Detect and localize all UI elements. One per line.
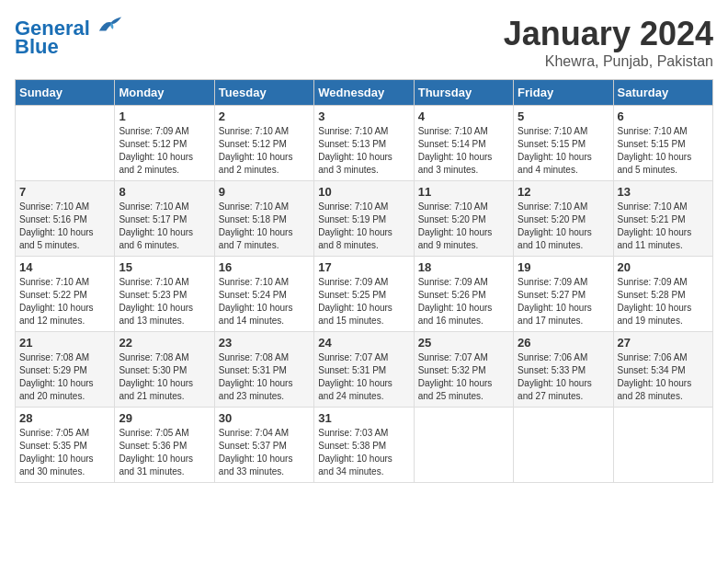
day-info: Sunrise: 7:10 AMSunset: 5:13 PMDaylight:…	[318, 125, 409, 177]
header-saturday: Saturday	[613, 80, 712, 106]
day-info: Sunrise: 7:10 AMSunset: 5:12 PMDaylight:…	[219, 125, 310, 177]
calendar-cell: 14Sunrise: 7:10 AMSunset: 5:22 PMDayligh…	[16, 257, 115, 332]
title-block: January 2024 Khewra, Punjab, Pakistan	[504, 15, 713, 70]
calendar-cell: 26Sunrise: 7:06 AMSunset: 5:33 PMDayligh…	[514, 332, 613, 408]
calendar-cell	[16, 106, 115, 181]
calendar-cell	[514, 408, 613, 483]
calendar-cell: 7Sunrise: 7:10 AMSunset: 5:16 PMDaylight…	[16, 181, 115, 257]
day-info: Sunrise: 7:10 AMSunset: 5:15 PMDaylight:…	[518, 125, 609, 177]
header-tuesday: Tuesday	[214, 80, 313, 106]
day-info: Sunrise: 7:10 AMSunset: 5:17 PMDaylight:…	[119, 201, 210, 252]
day-number: 23	[219, 336, 310, 350]
calendar-cell: 13Sunrise: 7:10 AMSunset: 5:21 PMDayligh…	[613, 181, 712, 257]
day-info: Sunrise: 7:08 AMSunset: 5:30 PMDaylight:…	[119, 351, 210, 403]
header-friday: Friday	[514, 80, 613, 106]
day-number: 21	[19, 336, 110, 350]
calendar-cell: 1Sunrise: 7:09 AMSunset: 5:12 PMDaylight…	[115, 106, 214, 181]
day-number: 20	[618, 260, 709, 274]
calendar-cell: 29Sunrise: 7:05 AMSunset: 5:36 PMDayligh…	[115, 408, 214, 483]
day-info: Sunrise: 7:10 AMSunset: 5:19 PMDaylight:…	[318, 201, 409, 252]
header-sunday: Sunday	[16, 80, 115, 106]
day-info: Sunrise: 7:03 AMSunset: 5:38 PMDaylight:…	[318, 427, 409, 478]
day-info: Sunrise: 7:05 AMSunset: 5:36 PMDaylight:…	[119, 427, 210, 478]
calendar-cell: 22Sunrise: 7:08 AMSunset: 5:30 PMDayligh…	[115, 332, 214, 408]
day-info: Sunrise: 7:10 AMSunset: 5:24 PMDaylight:…	[219, 276, 310, 327]
day-number: 10	[318, 185, 409, 199]
day-info: Sunrise: 7:10 AMSunset: 5:22 PMDaylight:…	[19, 276, 110, 327]
day-number: 17	[318, 260, 409, 274]
day-number: 12	[518, 185, 609, 199]
day-info: Sunrise: 7:10 AMSunset: 5:16 PMDaylight:…	[19, 201, 110, 252]
day-number: 14	[19, 260, 110, 274]
day-number: 19	[518, 260, 609, 274]
calendar-cell: 11Sunrise: 7:10 AMSunset: 5:20 PMDayligh…	[414, 181, 513, 257]
day-number: 13	[618, 185, 709, 199]
day-number: 9	[219, 185, 310, 199]
calendar-header-row: SundayMondayTuesdayWednesdayThursdayFrid…	[16, 80, 713, 106]
page-header: General Blue January 2024 Khewra, Punjab…	[15, 15, 713, 70]
calendar-cell: 25Sunrise: 7:07 AMSunset: 5:32 PMDayligh…	[414, 332, 513, 408]
day-number: 16	[219, 260, 310, 274]
calendar-cell: 9Sunrise: 7:10 AMSunset: 5:18 PMDaylight…	[214, 181, 313, 257]
day-info: Sunrise: 7:05 AMSunset: 5:35 PMDaylight:…	[19, 427, 110, 478]
page-subtitle: Khewra, Punjab, Pakistan	[504, 53, 713, 70]
day-info: Sunrise: 7:09 AMSunset: 5:25 PMDaylight:…	[318, 276, 409, 327]
header-thursday: Thursday	[414, 80, 513, 106]
calendar-cell: 5Sunrise: 7:10 AMSunset: 5:15 PMDaylight…	[514, 106, 613, 181]
day-number: 24	[318, 336, 409, 350]
calendar-cell: 15Sunrise: 7:10 AMSunset: 5:23 PMDayligh…	[115, 257, 214, 332]
day-info: Sunrise: 7:10 AMSunset: 5:14 PMDaylight:…	[418, 125, 509, 177]
day-number: 25	[418, 336, 509, 350]
header-wednesday: Wednesday	[314, 80, 414, 106]
day-number: 3	[318, 109, 409, 123]
day-info: Sunrise: 7:10 AMSunset: 5:18 PMDaylight:…	[219, 201, 310, 252]
header-monday: Monday	[115, 80, 214, 106]
day-info: Sunrise: 7:09 AMSunset: 5:12 PMDaylight:…	[119, 125, 210, 177]
week-row-3: 14Sunrise: 7:10 AMSunset: 5:22 PMDayligh…	[16, 257, 713, 332]
day-number: 30	[219, 411, 310, 425]
calendar-cell: 19Sunrise: 7:09 AMSunset: 5:27 PMDayligh…	[514, 257, 613, 332]
calendar-cell: 16Sunrise: 7:10 AMSunset: 5:24 PMDayligh…	[214, 257, 313, 332]
day-info: Sunrise: 7:07 AMSunset: 5:31 PMDaylight:…	[318, 351, 409, 403]
day-info: Sunrise: 7:09 AMSunset: 5:28 PMDaylight:…	[618, 276, 709, 327]
calendar-cell	[613, 408, 712, 483]
calendar-cell: 20Sunrise: 7:09 AMSunset: 5:28 PMDayligh…	[613, 257, 712, 332]
calendar-cell: 28Sunrise: 7:05 AMSunset: 5:35 PMDayligh…	[16, 408, 115, 483]
day-info: Sunrise: 7:04 AMSunset: 5:37 PMDaylight:…	[219, 427, 310, 478]
calendar-cell: 31Sunrise: 7:03 AMSunset: 5:38 PMDayligh…	[314, 408, 414, 483]
logo: General Blue	[15, 15, 123, 58]
week-row-1: 1Sunrise: 7:09 AMSunset: 5:12 PMDaylight…	[16, 106, 713, 181]
calendar-cell: 21Sunrise: 7:08 AMSunset: 5:29 PMDayligh…	[16, 332, 115, 408]
calendar-cell: 27Sunrise: 7:06 AMSunset: 5:34 PMDayligh…	[613, 332, 712, 408]
calendar-cell: 30Sunrise: 7:04 AMSunset: 5:37 PMDayligh…	[214, 408, 313, 483]
day-info: Sunrise: 7:06 AMSunset: 5:33 PMDaylight:…	[518, 351, 609, 403]
week-row-2: 7Sunrise: 7:10 AMSunset: 5:16 PMDaylight…	[16, 181, 713, 257]
calendar-cell: 12Sunrise: 7:10 AMSunset: 5:20 PMDayligh…	[514, 181, 613, 257]
day-info: Sunrise: 7:08 AMSunset: 5:29 PMDaylight:…	[19, 351, 110, 403]
calendar-cell: 23Sunrise: 7:08 AMSunset: 5:31 PMDayligh…	[214, 332, 313, 408]
day-info: Sunrise: 7:10 AMSunset: 5:15 PMDaylight:…	[618, 125, 709, 177]
day-info: Sunrise: 7:06 AMSunset: 5:34 PMDaylight:…	[618, 351, 709, 403]
calendar-cell: 6Sunrise: 7:10 AMSunset: 5:15 PMDaylight…	[613, 106, 712, 181]
day-number: 18	[418, 260, 509, 274]
week-row-4: 21Sunrise: 7:08 AMSunset: 5:29 PMDayligh…	[16, 332, 713, 408]
calendar-cell: 24Sunrise: 7:07 AMSunset: 5:31 PMDayligh…	[314, 332, 414, 408]
day-number: 11	[418, 185, 509, 199]
day-info: Sunrise: 7:08 AMSunset: 5:31 PMDaylight:…	[219, 351, 310, 403]
calendar-cell: 3Sunrise: 7:10 AMSunset: 5:13 PMDaylight…	[314, 106, 414, 181]
day-info: Sunrise: 7:10 AMSunset: 5:21 PMDaylight:…	[618, 201, 709, 252]
calendar-cell	[414, 408, 513, 483]
day-number: 15	[119, 260, 210, 274]
calendar-cell: 18Sunrise: 7:09 AMSunset: 5:26 PMDayligh…	[414, 257, 513, 332]
day-number: 1	[119, 109, 210, 123]
day-number: 2	[219, 109, 310, 123]
calendar-table: SundayMondayTuesdayWednesdayThursdayFrid…	[15, 79, 713, 483]
logo-bird-icon	[97, 15, 123, 35]
day-number: 27	[618, 336, 709, 350]
day-number: 26	[518, 336, 609, 350]
day-info: Sunrise: 7:09 AMSunset: 5:27 PMDaylight:…	[518, 276, 609, 327]
day-number: 8	[119, 185, 210, 199]
day-number: 4	[418, 109, 509, 123]
calendar-cell: 2Sunrise: 7:10 AMSunset: 5:12 PMDaylight…	[214, 106, 313, 181]
day-number: 22	[119, 336, 210, 350]
